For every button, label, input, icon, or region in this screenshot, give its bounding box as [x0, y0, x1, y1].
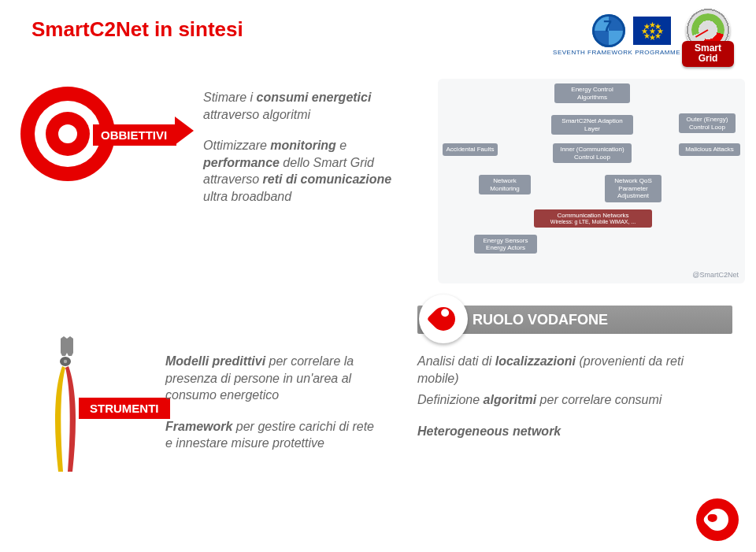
obj-l5a: reti di comunicazione [263, 172, 392, 186]
obj-l2: attraverso algoritmi [203, 108, 310, 121]
diagram-comm-networks: Communication Networks Wireless: g LTE, … [534, 209, 652, 228]
svg-point-1 [64, 360, 67, 363]
obj-l3a: Ottimizzare [203, 139, 270, 152]
slide-title: SmartC2Net in sintesi [32, 17, 243, 42]
obj-l4a: performance [203, 156, 280, 169]
objectives-text: Stimare i consumi energetici attraverso … [203, 89, 408, 206]
diagram-outer-loop: Outer (Energy) Control Loop [679, 113, 736, 133]
diagram-adaption-layer: SmartC2Net Adaption Layer [551, 115, 633, 135]
obj-l1b: consumi energetici [257, 91, 372, 104]
gauge-label: Smart Grid [682, 41, 734, 67]
ruolo-vodafone: RUOLO VODAFONE [417, 306, 732, 334]
diagram-sens-l1: Energy Sensors [477, 237, 534, 244]
obj-l5b: ultra broadband [203, 190, 291, 203]
diagram-energy-sensors: Energy Sensors Energy Actors [474, 235, 537, 254]
diagram-comm-l1: Communication Networks [537, 212, 649, 219]
right-b3: Heterogeneous network [417, 424, 561, 438]
diagram-accidental-faults: Accidental Faults [443, 143, 498, 156]
obj-l3b: monitoring [270, 139, 336, 152]
vodafone-speechmark-icon [419, 295, 468, 343]
tools-label: STRUMENTI [79, 398, 170, 419]
diagram-sens-l2: Energy Actors [477, 244, 534, 251]
diagram-comm-l2: Wireless: g LTE, Mobile WiMAX, ... [537, 219, 649, 225]
tools-right-column: Analisi dati di localizzazioni (provenie… [417, 353, 724, 439]
right-b2b: algoritmi [484, 393, 537, 406]
architecture-diagram: Energy Control Algorithms SmartC2Net Ada… [438, 79, 745, 283]
objectives-label: OBBIETTIVI [93, 124, 176, 146]
fp-caption: SEVENTH FRAMEWORK PROGRAMME [553, 49, 680, 56]
right-b2c: per correlare consumi [536, 393, 662, 406]
obj-l1a: Stimare i [203, 91, 257, 104]
diagram-network-qos: Network QoS Parameter Adjustment [605, 175, 662, 202]
right-b1b: localizzazioni [495, 354, 576, 368]
tools-left-column: Modelli predittivi per correlare la pres… [165, 353, 378, 452]
diagram-network-monitoring: Network Monitoring [479, 175, 531, 194]
diagram-inner-loop: Inner (Communication) Control Loop [553, 143, 632, 163]
right-b1a: Analisi dati di [417, 354, 495, 368]
smart-grid-gauge: Smart Grid [677, 8, 739, 52]
objectives-arrow-icon [175, 117, 194, 145]
left-b1a: Modelli predittivi [165, 354, 265, 368]
diagram-energy-algorithms: Energy Control Algorithms [554, 83, 630, 103]
obj-l3c: e [336, 139, 346, 152]
vodafone-logo-icon [696, 498, 739, 541]
framework-logos [592, 14, 671, 47]
gauge-line2: Grid [682, 54, 734, 64]
diagram-brand: @SmartC2Net [692, 271, 739, 279]
fp7-logo [592, 14, 625, 47]
diagram-malicious-attacks: Malicious Attacks [679, 143, 740, 156]
right-b2a: Definizione [417, 393, 484, 406]
ruolo-text: RUOLO VODAFONE [472, 312, 608, 328]
eu-flag-icon [633, 17, 671, 45]
left-b2a: Framework [165, 420, 232, 433]
